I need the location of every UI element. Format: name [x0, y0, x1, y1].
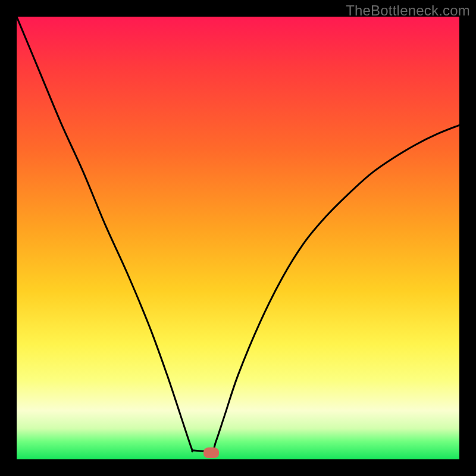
watermark-text: TheBottleneck.com — [346, 2, 470, 19]
chart-frame: TheBottleneck.com — [0, 0, 476, 476]
bottleneck-curve — [17, 17, 459, 459]
minimum-marker — [203, 447, 219, 458]
plot-area — [17, 17, 459, 459]
